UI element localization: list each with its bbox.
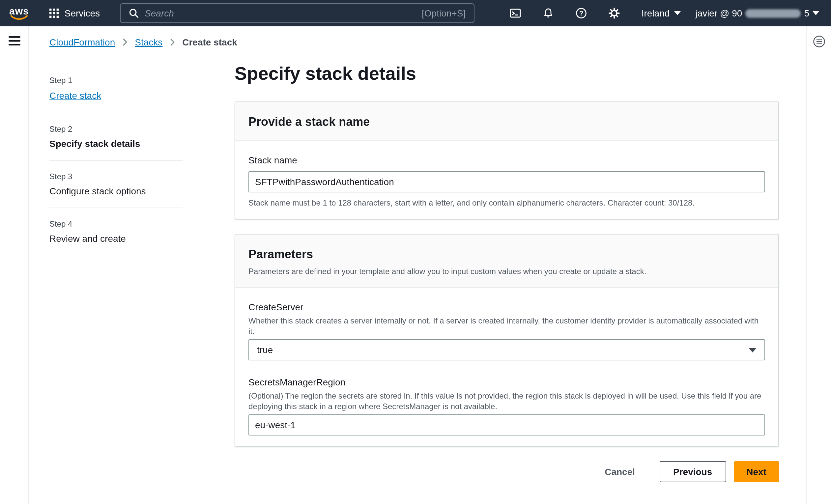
cancel-button[interactable]: Cancel: [597, 461, 642, 482]
aws-console-window: aws Services [Option+S]: [0, 0, 831, 504]
wizard-step-1: Step 1 Create stack: [50, 76, 235, 101]
region-selector[interactable]: Ireland: [634, 0, 689, 26]
stack-name-card-title: Provide a stack name: [249, 114, 765, 130]
parameters-card: Parameters Parameters are defined in you…: [235, 234, 779, 447]
parameters-card-body: CreateServer Whether this stack creates …: [235, 288, 778, 446]
step-number: Step 2: [50, 124, 235, 134]
previous-button[interactable]: Previous: [659, 461, 726, 482]
region-label: Ireland: [641, 8, 670, 19]
next-button[interactable]: Next: [734, 461, 779, 482]
search-bar[interactable]: [Option+S]: [120, 3, 474, 23]
search-input[interactable]: [145, 8, 416, 19]
breadcrumb-stacks-link[interactable]: Stacks: [135, 37, 163, 48]
breadcrumb-cloudformation-link[interactable]: CloudFormation: [50, 37, 115, 48]
step-2-specify-stack-details: Specify stack details: [50, 138, 235, 149]
svg-text:?: ?: [580, 9, 583, 17]
help-icon: ?: [576, 7, 588, 19]
divider: [50, 160, 182, 161]
step-number: Step 1: [50, 76, 235, 85]
stack-name-help-text: Stack name must be 1 to 128 characters, …: [249, 198, 765, 208]
settings-button[interactable]: [602, 0, 627, 26]
layers-panel-icon: [812, 35, 825, 48]
settings-gear-icon: [609, 7, 621, 19]
left-rail: [0, 26, 29, 504]
notifications-bell-icon: [543, 7, 554, 19]
side-menu-button[interactable]: [7, 35, 22, 47]
select-caret-icon: [749, 348, 756, 352]
step-number: Step 4: [50, 219, 235, 229]
aws-logo-text: aws: [9, 6, 29, 15]
services-grid-icon: [49, 8, 59, 19]
account-label-suffix: 5: [804, 8, 809, 19]
menu-icon: [8, 36, 20, 46]
chevron-down-icon: [812, 11, 819, 15]
step-3-configure-stack-options: Configure stack options: [50, 186, 235, 196]
cloudshell-button[interactable]: [503, 0, 528, 26]
stack-name-label: Stack name: [249, 154, 765, 166]
parameter-field-secretsmanagerregion: SecretsManagerRegion (Optional) The regi…: [249, 376, 765, 436]
wizard-step-4: Step 4 Review and create: [50, 219, 235, 244]
secretsmanagerregion-input[interactable]: [249, 414, 765, 436]
cloudshell-icon: [510, 7, 522, 19]
step-4-review-and-create: Review and create: [50, 233, 235, 244]
services-label: Services: [64, 8, 100, 19]
wizard-steps-nav: Step 1 Create stack Step 2 Specify stack…: [50, 61, 235, 482]
notifications-button[interactable]: [536, 0, 561, 26]
step-number: Step 3: [50, 172, 235, 181]
parameter-description: Whether this stack creates a server inte…: [249, 316, 765, 337]
parameters-card-title: Parameters: [249, 246, 765, 262]
parameters-card-header: Parameters Parameters are defined in you…: [235, 235, 778, 288]
divider: [50, 113, 182, 113]
help-button[interactable]: ?: [569, 0, 594, 26]
parameter-name: CreateServer: [249, 301, 765, 313]
stack-name-input[interactable]: [249, 171, 765, 192]
breadcrumb-current: Create stack: [182, 37, 237, 48]
top-navigation-bar: aws Services [Option+S]: [0, 0, 831, 26]
wizard-content: Specify stack details Provide a stack na…: [235, 61, 779, 482]
breadcrumb: CloudFormation Stacks Create stack: [50, 37, 806, 48]
aws-smile-icon: [10, 15, 28, 20]
wizard-step-2: Step 2 Specify stack details: [50, 124, 235, 149]
step-1-create-stack-link[interactable]: Create stack: [50, 90, 101, 101]
breadcrumb-chevron-icon: [122, 38, 127, 46]
right-rail: [806, 26, 831, 504]
chevron-down-icon: [674, 11, 681, 15]
services-menu-button[interactable]: Services: [45, 0, 104, 26]
wizard-step-3: Step 3 Configure stack options: [50, 172, 235, 196]
right-panel-toggle-button[interactable]: [811, 34, 827, 50]
parameter-field-createserver: CreateServer Whether this stack creates …: [249, 301, 765, 360]
stack-name-card: Provide a stack name Stack name Stack na…: [235, 101, 779, 219]
stack-name-card-header: Provide a stack name: [235, 102, 778, 141]
main-content-area: CloudFormation Stacks Create stack Step …: [29, 26, 806, 504]
account-menu[interactable]: javier @ 90 5: [694, 0, 821, 26]
page-title: Specify stack details: [235, 63, 779, 84]
aws-logo[interactable]: aws: [9, 6, 29, 20]
divider: [50, 208, 182, 208]
parameter-description: (Optional) The region the secrets are st…: [249, 391, 765, 412]
parameters-card-description: Parameters are defined in your template …: [249, 266, 765, 277]
createserver-selected-value: true: [257, 345, 273, 355]
wizard-actions: Cancel Previous Next: [235, 461, 779, 482]
account-id-redacted: [745, 9, 801, 18]
createserver-select[interactable]: true: [249, 339, 765, 360]
search-icon: [128, 8, 139, 19]
parameter-name: SecretsManagerRegion: [249, 376, 765, 388]
top-nav-right-cluster: ? Ireland: [503, 0, 821, 26]
stack-name-card-body: Stack name Stack name must be 1 to 128 c…: [235, 141, 778, 219]
account-label-prefix: javier @ 90: [695, 8, 742, 19]
breadcrumb-chevron-icon: [170, 38, 175, 46]
search-shortcut-hint: [Option+S]: [422, 8, 466, 19]
